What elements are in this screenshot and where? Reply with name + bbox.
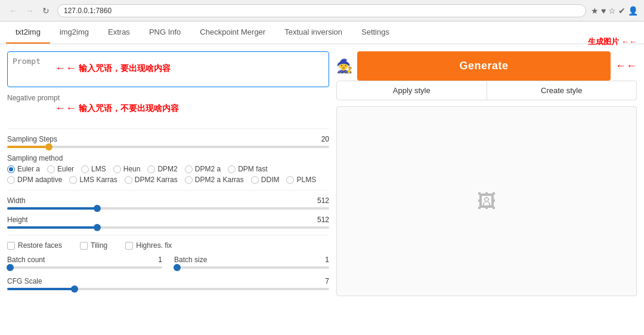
generate-top: 🧙 Generate ←← Generate bbox=[336, 51, 637, 81]
radio-circle-dpm-adaptive bbox=[7, 176, 15, 184]
height-label: Height bbox=[7, 216, 28, 224]
radio-dpm2-karras[interactable]: DPM2 Karras bbox=[125, 176, 178, 184]
radio-dpm2a[interactable]: DPM2 a bbox=[185, 165, 221, 173]
radio-circle-heun bbox=[113, 165, 121, 173]
prompt-input[interactable] bbox=[7, 51, 329, 87]
radio-circle-dpm2 bbox=[147, 165, 155, 173]
nav-buttons[interactable]: ← → ↻ bbox=[6, 5, 52, 17]
height-fill bbox=[7, 226, 97, 229]
radio-lms-karras[interactable]: LMS Karras bbox=[69, 176, 117, 184]
height-thumb[interactable] bbox=[94, 224, 101, 231]
right-panel: 🧙 Generate ←← Generate 生成图片 生成图片 ←← Appl… bbox=[329, 51, 637, 296]
height-label-row: Height 512 bbox=[7, 216, 329, 224]
sampling-steps-track[interactable] bbox=[7, 146, 329, 148]
prompt-section: ←← 输入咒语，要出现啥内容 bbox=[7, 51, 329, 89]
tab-extras[interactable]: Extras bbox=[98, 21, 140, 44]
tiling-box bbox=[80, 242, 88, 250]
radio-dpm2a-karras[interactable]: DPM2 a Karras bbox=[185, 176, 244, 184]
radio-circle-lms bbox=[81, 165, 89, 173]
tiling-checkbox[interactable]: Tiling bbox=[80, 241, 107, 250]
radio-ddim[interactable]: DDIM bbox=[251, 176, 280, 184]
highres-fix-checkbox[interactable]: Highres. fix bbox=[125, 241, 172, 250]
batch-count-thumb[interactable] bbox=[7, 264, 14, 271]
sampling-method-label: Sampling method bbox=[7, 154, 329, 162]
sampling-steps-section: Sampling Steps 20 bbox=[7, 135, 329, 148]
batch-size-section: Batch size 1 bbox=[174, 256, 329, 271]
radio-heun[interactable]: Heun bbox=[113, 165, 141, 173]
radio-dpm2[interactable]: DPM2 bbox=[147, 165, 177, 173]
tab-bar: txt2img img2img Extras PNG Info Checkpoi… bbox=[0, 21, 644, 44]
radio-plms[interactable]: PLMS bbox=[286, 176, 316, 184]
radio-circle-plms bbox=[286, 176, 294, 184]
highres-fix-box bbox=[125, 242, 133, 250]
height-section: Height 512 bbox=[7, 216, 329, 229]
radio-circle-ddim bbox=[251, 176, 259, 184]
batch-count-label-row: Batch count 1 bbox=[7, 256, 162, 264]
tab-img2img[interactable]: img2img bbox=[50, 21, 98, 44]
batch-count-label: Batch count bbox=[7, 256, 45, 264]
browser-chrome: ← → ↻ 127.0.0.1:7860 ★ ♥ ☆ ✔ 👤 bbox=[0, 0, 644, 21]
sampling-steps-value: 20 bbox=[321, 135, 329, 143]
radio-circle-euler-a bbox=[7, 165, 15, 173]
main-content: ←← 输入咒语，要出现啥内容 Negative prompt ←← 输入咒语，不… bbox=[0, 44, 644, 303]
sampling-steps-thumb[interactable] bbox=[45, 143, 52, 150]
negative-prompt-section: Negative prompt ←← 输入咒语，不要出现啥内容 bbox=[7, 94, 329, 122]
highres-fix-label: Highres. fix bbox=[136, 241, 172, 250]
radio-dpm-fast[interactable]: DPM fast bbox=[228, 165, 267, 173]
width-fill bbox=[7, 207, 97, 210]
cfg-scale-thumb[interactable] bbox=[71, 285, 78, 293]
style-buttons-row: Apply style Create style bbox=[336, 81, 637, 100]
left-panel: ←← 输入咒语，要出现啥内容 Negative prompt ←← 输入咒语，不… bbox=[7, 51, 329, 296]
create-style-button[interactable]: Create style bbox=[487, 81, 637, 100]
forward-button[interactable]: → bbox=[23, 5, 37, 17]
cfg-scale-track[interactable] bbox=[7, 288, 329, 290]
tab-png-info[interactable]: PNG Info bbox=[140, 21, 190, 44]
negative-prompt-label: Negative prompt bbox=[7, 94, 329, 102]
browser-toolbar: ★ ♥ ☆ ✔ 👤 bbox=[591, 6, 638, 16]
divider-3 bbox=[7, 235, 329, 235]
image-placeholder-icon: 🖼 bbox=[477, 190, 496, 213]
generate-arrow-icon: ←← bbox=[615, 60, 637, 72]
generate-section: 🧙 Generate ←← Generate 生成图片 生成图片 ←← Appl… bbox=[336, 51, 637, 100]
address-bar[interactable]: 127.0.0.1:7860 bbox=[57, 4, 586, 17]
sampling-steps-fill bbox=[7, 146, 49, 148]
batch-count-section: Batch count 1 bbox=[7, 256, 162, 271]
width-thumb[interactable] bbox=[94, 205, 101, 212]
cfg-scale-section: CFG Scale 7 bbox=[7, 277, 329, 290]
generate-button[interactable]: Generate bbox=[357, 51, 611, 81]
checkbox-row: Restore faces Tiling Highres. fix bbox=[7, 241, 329, 250]
sampling-steps-label-row: Sampling Steps 20 bbox=[7, 135, 329, 143]
batch-row: Batch count 1 Batch size 1 bbox=[7, 256, 329, 271]
radio-lms[interactable]: LMS bbox=[81, 165, 106, 173]
refresh-button[interactable]: ↻ bbox=[39, 5, 52, 17]
radio-euler-a[interactable]: Euler a bbox=[7, 165, 40, 173]
apply-style-button[interactable]: Apply style bbox=[336, 81, 487, 100]
tab-settings[interactable]: Settings bbox=[352, 21, 399, 44]
radio-circle-dpm-fast bbox=[228, 165, 236, 173]
batch-count-track[interactable] bbox=[7, 266, 162, 269]
divider-1 bbox=[7, 128, 329, 129]
batch-size-track[interactable] bbox=[174, 266, 329, 269]
tab-checkpoint-merger[interactable]: Checkpoint Merger bbox=[190, 21, 275, 44]
cfg-scale-label: CFG Scale bbox=[7, 277, 42, 285]
width-label-row: Width 512 bbox=[7, 196, 329, 205]
sampling-steps-label: Sampling Steps bbox=[7, 135, 57, 143]
batch-size-label: Batch size bbox=[174, 256, 207, 264]
radio-dot-euler-a bbox=[9, 167, 13, 171]
height-track[interactable] bbox=[7, 226, 329, 229]
radio-dpm-adaptive[interactable]: DPM adaptive bbox=[7, 176, 62, 184]
restore-faces-checkbox[interactable]: Restore faces bbox=[7, 241, 62, 250]
tab-textual-inversion[interactable]: Textual inversion bbox=[275, 21, 352, 44]
tab-txt2img[interactable]: txt2img bbox=[6, 21, 50, 44]
radio-euler[interactable]: Euler bbox=[47, 165, 74, 173]
width-section: Width 512 bbox=[7, 196, 329, 210]
width-track[interactable] bbox=[7, 207, 329, 210]
cfg-scale-value: 7 bbox=[325, 277, 329, 285]
batch-size-thumb[interactable] bbox=[174, 264, 181, 271]
sampling-method-section: Sampling method Euler a Euler LMS bbox=[7, 154, 329, 184]
batch-size-value: 1 bbox=[325, 256, 329, 264]
divider-2 bbox=[7, 190, 329, 190]
image-preview-area: 🖼 bbox=[336, 106, 637, 296]
width-value: 512 bbox=[317, 196, 329, 205]
back-button[interactable]: ← bbox=[6, 5, 20, 17]
